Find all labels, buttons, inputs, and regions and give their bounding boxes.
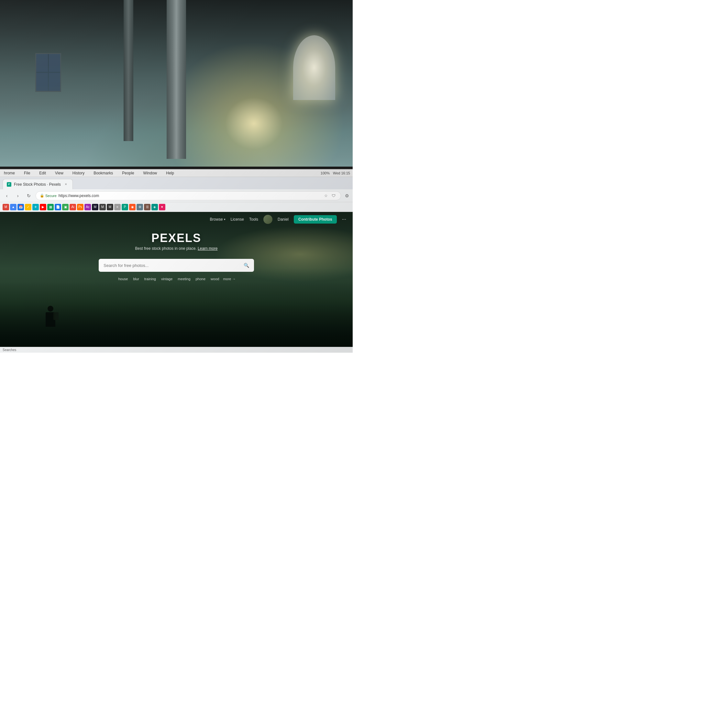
google-drive-extension[interactable]: ▲	[10, 204, 17, 210]
adobe2-extension[interactable]: Ps	[77, 204, 84, 210]
gmail-extension[interactable]: M	[3, 204, 9, 210]
tabs-bar: P Free Stock Photos · Pexels ×	[0, 177, 353, 189]
menu-window[interactable]: Window	[142, 170, 159, 176]
search-more-button[interactable]: more →	[223, 276, 236, 281]
pexels-logo: PEXELS	[6, 231, 346, 245]
tab-close-button[interactable]: ×	[63, 182, 69, 187]
search-tag-wood[interactable]: wood	[210, 276, 220, 281]
forward-button[interactable]: ›	[14, 191, 22, 200]
person-body	[46, 312, 55, 327]
search-tag-house[interactable]: house	[117, 276, 129, 281]
searches-label: Searches	[3, 348, 16, 352]
shield-icon[interactable]: 🛡	[330, 193, 337, 199]
monitor-bezel	[0, 167, 353, 169]
sheets-extension[interactable]: ▦	[47, 204, 54, 210]
search-tag-vintage[interactable]: vintage	[160, 276, 174, 281]
search-box[interactable]: 🔍	[99, 259, 254, 272]
contribute-photos-button[interactable]: Contribute Photos	[294, 215, 337, 223]
ext4[interactable]: ≡	[114, 204, 121, 210]
star-icon[interactable]: ☆	[323, 193, 329, 199]
browser-extensions: M ▲ 📅 ✓ ✈ ▶ ▦ 📄 ▣ Ai Ps Ac M M M ≡ P ◉ ⚙…	[0, 202, 353, 212]
adobe-extension[interactable]: Ai	[70, 204, 76, 210]
url-text[interactable]: https://www.pexels.com	[58, 193, 99, 198]
person-backpack	[54, 312, 58, 320]
username-label[interactable]: Daniel	[278, 217, 289, 222]
active-tab[interactable]: P Free Stock Photos · Pexels ×	[3, 179, 73, 189]
pexels-nav: Browse ▾ License Tools Daniel Contribute…	[0, 212, 353, 226]
favicon-letter: P	[8, 183, 10, 186]
monitor-screen: hrome File Edit View History Bookmarks P…	[0, 169, 353, 353]
pexels-hero: PEXELS Best free stock photos in one pla…	[0, 226, 353, 255]
search-container: 🔍	[0, 259, 353, 272]
extensions-icon[interactable]: ⚙	[344, 193, 350, 199]
tab-title: Free Stock Photos · Pexels	[14, 182, 61, 187]
ext8[interactable]: ◈	[151, 204, 158, 210]
ext9[interactable]: ♥	[159, 204, 165, 210]
search-icon[interactable]: 🔍	[244, 263, 249, 268]
ceiling-beam-center	[167, 0, 186, 159]
tagline-text: Best free stock photos in one place.	[135, 246, 197, 251]
tab-favicon: P	[7, 182, 11, 187]
menu-file[interactable]: File	[23, 170, 31, 176]
pexels-nav-right: Browse ▾ License Tools Daniel Contribute…	[210, 215, 346, 224]
search-tag-meeting[interactable]: meeting	[176, 276, 191, 281]
ext5[interactable]: ◉	[129, 204, 136, 210]
person-silhouette	[42, 306, 58, 332]
menu-history[interactable]: History	[71, 170, 86, 176]
menu-view[interactable]: View	[54, 170, 65, 176]
menu-edit[interactable]: Edit	[38, 170, 47, 176]
address-right-icons: ☆ 🛡	[323, 193, 337, 199]
calendar-extension[interactable]: 📅	[17, 204, 24, 210]
window-left	[35, 53, 61, 92]
menu-people[interactable]: People	[121, 170, 135, 176]
clock: Wed 16:15	[333, 171, 350, 175]
back-button[interactable]: ‹	[3, 191, 11, 200]
battery-level: 100%	[321, 171, 330, 175]
pexels-website: Browse ▾ License Tools Daniel Contribute…	[0, 212, 353, 353]
address-bar-row: ‹ › ↻ 🔒 Secure https://www.pexels.com ☆ …	[0, 189, 353, 202]
ext3[interactable]: M	[107, 204, 113, 210]
youtube-extension[interactable]: ▶	[40, 204, 46, 210]
acrobat-extension[interactable]: Ac	[84, 204, 91, 210]
medium2-extension[interactable]: M	[99, 204, 106, 210]
ceiling-beam-left	[124, 0, 133, 141]
search-tags: house blur training vintage meeting phon…	[0, 275, 353, 283]
menu-chrome[interactable]: hrome	[3, 170, 16, 176]
slides-extension[interactable]: ▣	[62, 204, 69, 210]
search-input-row: 🔍	[99, 259, 254, 272]
user-avatar[interactable]	[263, 215, 272, 224]
menu-bookmarks[interactable]: Bookmarks	[92, 170, 114, 176]
browse-nav-item[interactable]: Browse ▾	[210, 217, 225, 222]
browser-frame: hrome File Edit View History Bookmarks P…	[0, 169, 353, 353]
pexels-ext[interactable]: P	[122, 204, 128, 210]
secure-badge: 🔒 Secure	[40, 193, 57, 198]
refresh-button[interactable]: ↻	[24, 191, 33, 200]
system-controls: 100% Wed 16:15	[321, 171, 350, 175]
ext7[interactable]: ☰	[144, 204, 150, 210]
ext6[interactable]: ⚙	[136, 204, 143, 210]
lock-icon: 🔒	[40, 193, 44, 198]
bottom-bar: Searches	[0, 347, 353, 353]
tools-nav-item[interactable]: Tools	[249, 217, 258, 222]
browse-label: Browse	[210, 217, 223, 222]
docs-extension[interactable]: 📄	[55, 204, 61, 210]
search-input[interactable]	[104, 263, 244, 268]
avatar-image	[263, 215, 272, 224]
todo-extension[interactable]: ✓	[25, 204, 31, 210]
nav-more-button[interactable]: ···	[342, 216, 346, 222]
telegram-extension[interactable]: ✈	[32, 204, 39, 210]
chrome-menubar: hrome File Edit View History Bookmarks P…	[0, 169, 353, 177]
search-tag-phone[interactable]: phone	[194, 276, 207, 281]
person-head	[47, 306, 54, 312]
learn-more-link[interactable]: Learn more	[198, 246, 217, 251]
search-tag-blur[interactable]: blur	[132, 276, 140, 281]
pexels-tagline: Best free stock photos in one place. Lea…	[6, 246, 346, 251]
window-bright	[293, 35, 335, 100]
address-input[interactable]: 🔒 Secure https://www.pexels.com ☆ 🛡	[35, 191, 341, 200]
secure-label: Secure	[45, 194, 57, 198]
license-nav-item[interactable]: License	[231, 217, 244, 222]
menu-help[interactable]: Help	[165, 170, 175, 176]
search-tag-training[interactable]: training	[143, 276, 157, 281]
medium-extension[interactable]: M	[92, 204, 98, 210]
browse-chevron-icon: ▾	[224, 218, 225, 221]
